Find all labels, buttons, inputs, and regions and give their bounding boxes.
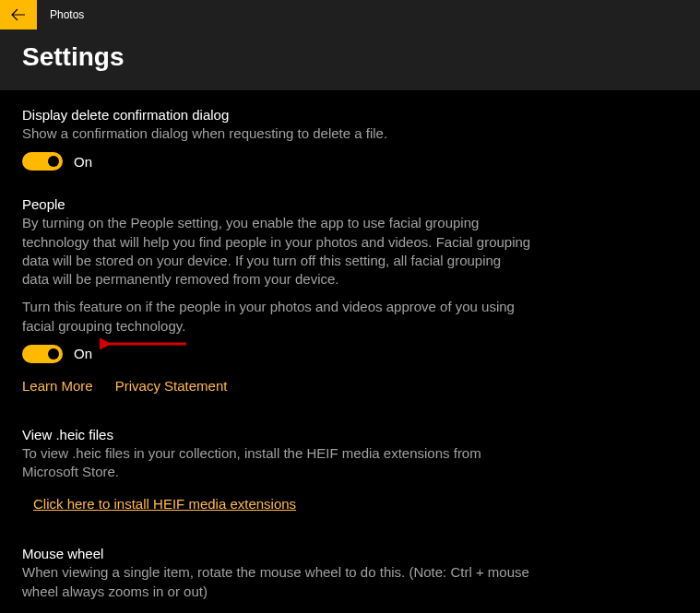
back-arrow-icon [11,7,26,22]
setting-description: To view .heic files in your collection, … [22,444,531,482]
setting-heic: View .heic files To view .heic files in … [22,427,531,513]
link-row: Learn More Privacy Statement [22,378,531,394]
privacy-statement-link[interactable]: Privacy Statement [115,378,228,394]
page-title: Settings [22,42,678,72]
install-heif-link[interactable]: Click here to install HEIF media extensi… [33,496,296,512]
setting-description: When viewing a single item, rotate the m… [22,563,531,601]
setting-label: People [22,196,531,212]
settings-content: Display delete confirmation dialog Show … [0,90,553,613]
delete-confirm-toggle[interactable] [22,152,63,171]
setting-description: By turning on the People setting, you en… [22,214,531,289]
toggle-row: On [22,345,531,363]
toggle-knob-icon [48,156,59,167]
setting-label: View .heic files [22,427,531,442]
back-button[interactable] [0,0,37,29]
learn-more-link[interactable]: Learn More [22,378,93,394]
people-toggle[interactable] [22,345,63,363]
setting-description: Turn this feature on if the people in yo… [22,298,531,336]
titlebar: Photos [0,0,700,29]
setting-people: People By turning on the People setting,… [22,196,531,394]
setting-description: Show a confirmation dialog when requesti… [22,124,531,143]
toggle-state-label: On [74,154,92,170]
app-title: Photos [50,8,84,21]
toggle-knob-icon [48,348,59,360]
toggle-row: On [22,152,531,171]
setting-label: Mouse wheel [22,546,531,561]
setting-label: Display delete confirmation dialog [22,107,531,123]
setting-mouse-wheel: Mouse wheel When viewing a single item, … [22,546,531,613]
toggle-state-label: On [74,346,92,361]
page-header: Settings [0,29,700,90]
setting-delete-confirmation: Display delete confirmation dialog Show … [22,107,531,171]
